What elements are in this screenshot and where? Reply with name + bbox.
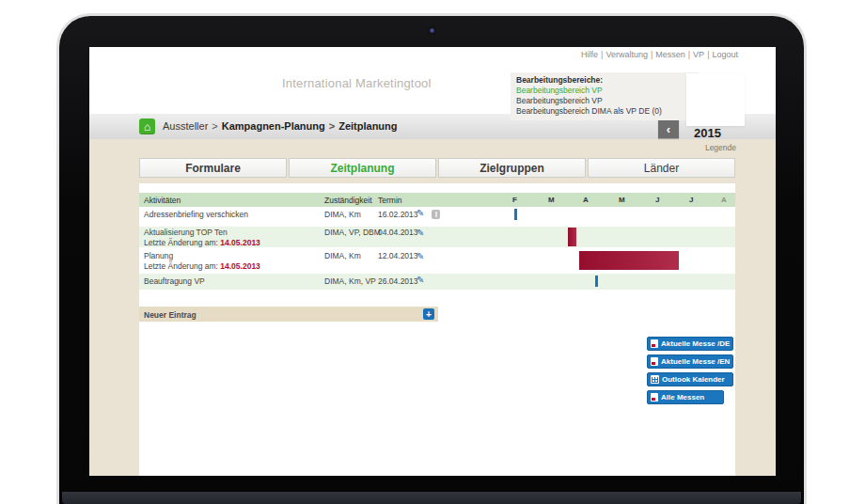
work-area-item[interactable]: Bearbeitungsbereich VP [516, 86, 693, 96]
tab-zielgruppen[interactable]: Zielgruppen [438, 158, 586, 178]
tab-bar: Formulare Zeitplanung Zielgruppen Länder [139, 158, 735, 178]
button-label: Aktuelle Messe /EN [661, 357, 730, 366]
gantt-month-axis: F M A M J J A [508, 193, 735, 207]
last-change-label: Letzte Änderung am: [144, 238, 218, 247]
nav-separator: | [651, 50, 653, 59]
aktuelle-messe-de-button[interactable]: Aktuelle Messe /DE [647, 337, 733, 351]
work-areas-box: Bearbeitungsbereiche: Bearbeitungsbereic… [511, 72, 699, 120]
laptop-hinge [62, 492, 801, 504]
legend-link[interactable]: Legende [705, 143, 736, 152]
logout-link[interactable]: Logout [712, 50, 738, 59]
table-row: Planung Letzte Änderung am: 14.05.2013 D… [139, 250, 735, 271]
responsibility-label: DIMA, Km [324, 251, 361, 260]
last-change-label: Letzte Änderung am: [144, 261, 218, 271]
button-label: Alle Messen [661, 393, 704, 402]
activity-label: Planung [144, 251, 173, 260]
top-nav: Hilfe|Verwaltung|Messen|VP|Logout [581, 50, 738, 59]
table-row: Aktualisierung TOP Ten Letzte Änderung a… [139, 227, 735, 247]
vp-link[interactable]: VP [693, 50, 704, 59]
messen-link[interactable]: Messen [655, 50, 685, 59]
pdf-icon [651, 393, 658, 402]
breadcrumb-aussteller[interactable]: Aussteller [163, 120, 208, 132]
delete-icon[interactable] [432, 210, 440, 219]
month-label: J [655, 196, 659, 204]
month-label: A [583, 196, 589, 204]
month-label: F [512, 196, 517, 204]
webcam [428, 26, 436, 35]
schedule-table-header: Aktivitäten Zuständigkeit Termin F M A M… [139, 193, 735, 207]
responsibility-label: DIMA, VP, DBM [324, 228, 381, 237]
plus-icon: + [426, 309, 432, 320]
nav-separator: | [601, 50, 603, 59]
tab-formulare[interactable]: Formulare [139, 158, 287, 178]
year-back-button[interactable]: ‹ [658, 119, 679, 138]
alle-messen-button[interactable]: Alle Messen [647, 390, 724, 404]
edit-icon[interactable]: ✎ [417, 275, 424, 285]
button-label: Outlook Kalender [662, 375, 725, 384]
due-date-label: 12.04.2013 [378, 251, 418, 260]
screenshot-stage: Hilfe|Verwaltung|Messen|VP|Logout Intern… [0, 0, 865, 504]
new-entry-bar: Neuer Eintrag + [139, 307, 438, 322]
calendar-icon [651, 375, 659, 384]
month-label: J [689, 196, 693, 204]
col-header-aktivitaeten: Aktivitäten [144, 196, 181, 205]
edit-icon[interactable]: ✎ [417, 251, 424, 261]
work-areas-title: Bearbeitungsbereiche: [516, 75, 693, 86]
edit-icon[interactable]: ✎ [417, 208, 424, 218]
verwaltung-link[interactable]: Verwaltung [606, 50, 648, 59]
gantt-zone [508, 250, 735, 271]
home-icon: ⌂ [144, 120, 150, 134]
responsibility-label: DIMA, Km, VP [324, 276, 376, 286]
gantt-zone [508, 227, 735, 247]
breadcrumb-zeitplanung: Zeitplanung [338, 120, 397, 132]
gantt-zone [508, 207, 735, 222]
work-area-item[interactable]: Bearbeitungsbereich VP [516, 96, 693, 106]
hilfe-link[interactable]: Hilfe [581, 50, 598, 59]
last-change-note: Letzte Änderung am: 14.05.2013 [144, 261, 260, 271]
chevron-left-icon: ‹ [667, 122, 670, 136]
logo-placeholder [686, 73, 745, 126]
aktuelle-messe-en-button[interactable]: Aktuelle Messe /EN [647, 354, 733, 369]
activity-label: Beauftragung VP [144, 276, 205, 286]
gantt-bar [579, 251, 679, 270]
activity-label: Aktualisierung TOP Ten [144, 228, 228, 237]
app-screen: Hilfe|Verwaltung|Messen|VP|Logout Intern… [89, 47, 776, 476]
breadcrumb-kampagnen-planung[interactable]: Kampagnen-Planung [222, 120, 325, 132]
activity-label: Adressenbriefing verschicken [144, 210, 248, 219]
responsibility-label: DIMA, Km [324, 210, 361, 219]
month-label: A [721, 196, 727, 204]
due-date-label: 26.04.2013 [378, 276, 418, 286]
work-area-item[interactable]: Bearbeitungsbereich DIMA als VP DE (0) [516, 106, 693, 117]
edit-icon[interactable]: ✎ [417, 228, 424, 238]
table-row: Adressenbriefing verschicken DIMA, Km 16… [139, 207, 735, 222]
col-header-zustaendigkeit: Zuständigkeit [324, 196, 372, 205]
year-label: 2015 [694, 126, 721, 140]
nav-separator: | [707, 50, 709, 59]
pdf-icon [651, 339, 658, 348]
content-panel: Aktivitäten Zuständigkeit Termin F M A M… [139, 183, 735, 476]
gantt-zone [508, 274, 735, 290]
col-header-termin: Termin [378, 196, 402, 205]
last-change-date: 14.05.2013 [220, 261, 260, 271]
tab-laender[interactable]: Länder [588, 158, 735, 178]
gantt-milestone [514, 209, 517, 220]
gantt-bar [568, 228, 576, 246]
last-change-date: 14.05.2013 [220, 238, 260, 247]
last-change-note: Letzte Änderung am: 14.05.2013 [144, 238, 260, 247]
due-date-label: 04.04.2013 [378, 228, 418, 237]
button-label: Aktuelle Messe /DE [661, 339, 730, 348]
app-title: International Marketingtool [282, 76, 432, 90]
gantt-milestone [595, 276, 598, 287]
nav-separator: | [688, 50, 690, 59]
new-entry-label: Neuer Eintrag [144, 310, 197, 320]
tab-zeitplanung[interactable]: Zeitplanung [289, 158, 436, 178]
breadcrumb-separator: > [329, 120, 335, 132]
month-label: M [619, 196, 625, 204]
due-date-label: 16.02.2013 [378, 210, 418, 219]
month-label: M [548, 196, 555, 204]
outlook-kalender-button[interactable]: Outlook Kalender [647, 372, 733, 386]
pdf-icon [651, 357, 658, 366]
add-entry-button[interactable]: + [423, 308, 434, 320]
table-row: Beauftragung VP DIMA, Km, VP 26.04.2013 … [139, 274, 735, 290]
home-button[interactable]: ⌂ [139, 118, 155, 134]
